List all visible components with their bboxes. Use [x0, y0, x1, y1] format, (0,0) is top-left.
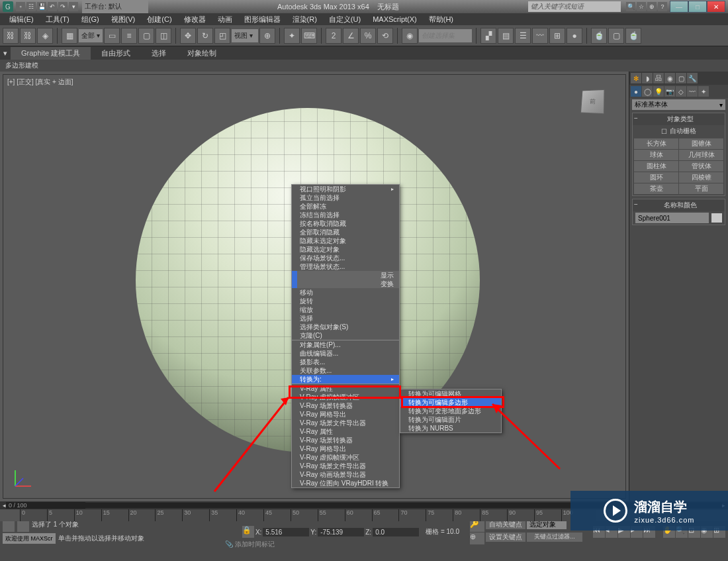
ctx-vray-8[interactable]: V-Ray 虚拟帧缓冲区	[292, 453, 399, 462]
plane-button[interactable]: 平面	[679, 183, 723, 194]
ctx-hide-unsel[interactable]: 隐藏未选定对象	[292, 236, 399, 245]
menu-maxscript[interactable]: MAXScript(X)	[367, 15, 422, 24]
ctx-select-similar[interactable]: 选择类似对象(S)	[292, 323, 399, 331]
x-coord-input[interactable]: 5.516	[263, 528, 309, 536]
ctx-freeze-sel[interactable]: 冻结当前选择	[292, 211, 399, 219]
sub-editable-patch[interactable]: 转换为可编辑面片	[400, 415, 501, 424]
ctx-vray-5[interactable]: V-Ray 属性	[292, 427, 399, 436]
new-icon[interactable]: ▫	[16, 2, 25, 11]
menu-animation[interactable]: 动画	[212, 14, 238, 25]
menu-modifiers[interactable]: 修改器	[179, 14, 211, 25]
select-icon[interactable]: ▭	[104, 28, 120, 44]
sub-nurbs[interactable]: 转换为 NURBS	[400, 424, 501, 433]
lock-icon[interactable]: 🔒	[242, 526, 254, 538]
ref-coord-dropdown[interactable]: 视图 ▾	[232, 29, 258, 42]
ctx-unhide-all[interactable]: 全部取消隐藏	[292, 228, 399, 236]
ctx-vray-10[interactable]: V-Ray 动画场景导出器	[292, 470, 399, 479]
torus-button[interactable]: 圆环	[634, 172, 678, 183]
geosphere-button[interactable]: 几何球体	[679, 150, 723, 160]
ctx-wire-params[interactable]: 关联参数...	[292, 366, 399, 375]
ribbon-paint[interactable]: 对象绘制	[177, 47, 227, 60]
ctx-viewport-lighting[interactable]: 视口照明和阴影▸	[292, 185, 399, 193]
open-icon[interactable]: ☷	[26, 2, 36, 11]
maximize-button[interactable]: □	[688, 1, 707, 13]
workspace-dropdown[interactable]: 工作台: 默认	[82, 0, 148, 13]
menu-view[interactable]: 视图(V)	[106, 14, 141, 25]
object-type-title[interactable]: −对象类型	[633, 113, 725, 125]
menu-edit[interactable]: 编辑(E)	[4, 14, 39, 25]
object-color-swatch[interactable]	[711, 213, 722, 223]
viewport-label[interactable]: [+] [正交] [真实 + 边面]	[7, 77, 73, 87]
save-icon[interactable]: 💾	[37, 2, 46, 11]
render-setup-icon[interactable]: 🍵	[591, 28, 607, 44]
menu-help[interactable]: 帮助(H)	[424, 14, 459, 25]
ctx-dope-sheet[interactable]: 摄影表...	[292, 358, 399, 366]
hierarchy-tab-icon[interactable]: 品	[653, 73, 664, 83]
create-tab-icon[interactable]: ✻	[631, 73, 641, 83]
ctx-rotate[interactable]: 旋转	[292, 297, 399, 305]
material-icon[interactable]: ●	[567, 28, 582, 44]
cylinder-button[interactable]: 圆柱体	[634, 161, 678, 172]
menu-render[interactable]: 渲染(R)	[287, 14, 322, 25]
rotate-icon[interactable]: ↻	[197, 28, 213, 44]
ctx-vray-11[interactable]: V-Ray 位图向 VRayHDRI 转换	[292, 479, 399, 487]
y-coord-input[interactable]: -75.139	[318, 528, 364, 536]
render-frame-icon[interactable]: ▢	[608, 28, 624, 44]
setkey-button[interactable]: 设置关键点	[486, 533, 525, 542]
ribbon-graphite[interactable]: Graphite 建模工具	[11, 47, 91, 60]
select-name-icon[interactable]: ≡	[121, 28, 137, 44]
align-icon[interactable]: ▤	[498, 28, 514, 44]
viewcube[interactable]: 前	[572, 81, 612, 121]
ctx-unhide-name[interactable]: 按名称取消隐藏	[292, 219, 399, 228]
bind-icon[interactable]: ◈	[37, 28, 53, 44]
select-region-icon[interactable]: ▢	[138, 28, 154, 44]
keyfilter-button[interactable]: 关键点过滤器...	[527, 533, 582, 542]
pyramid-button[interactable]: 四棱锥	[679, 172, 723, 183]
ctx-isolate[interactable]: 孤立当前选择	[292, 193, 399, 202]
menu-create[interactable]: 创建(C)	[142, 14, 177, 25]
tube-button[interactable]: 管状体	[679, 161, 723, 172]
mirror-icon[interactable]: ▞	[480, 28, 496, 44]
sub-editable-poly[interactable]: 转换为可编辑多边形	[400, 398, 501, 407]
ctx-convert-to[interactable]: 转换为:▸	[292, 375, 399, 383]
script-mini-2[interactable]	[17, 520, 29, 532]
frame-slider[interactable]: 0 / 100	[6, 502, 85, 509]
key-icon[interactable]: 🔑	[470, 520, 484, 532]
unlink-icon[interactable]: ⛓	[20, 28, 36, 44]
sub-editable-mesh[interactable]: 转换为可编辑网格	[400, 389, 501, 398]
binoculars-icon[interactable]: 🔍	[626, 2, 635, 11]
sub-deformable-ground[interactable]: 转换为可变形地面多边形	[400, 407, 501, 415]
name-color-title[interactable]: −名称和颜色	[633, 199, 725, 211]
ctx-vray-1[interactable]: V-Ray 虚拟帧缓冲区	[292, 393, 399, 401]
ctx-unfreeze-all[interactable]: 全部解冻	[292, 202, 399, 211]
help-icon[interactable]: ?	[658, 2, 667, 11]
ctx-move[interactable]: 移动	[292, 288, 399, 297]
ctx-vray-0[interactable]: V-Ray 属性	[292, 384, 399, 393]
cameras-icon[interactable]: 📷	[664, 86, 675, 97]
select-filter-icon[interactable]: ▦	[62, 28, 77, 44]
ctx-hide-sel[interactable]: 隐藏选定对象	[292, 245, 399, 254]
ctx-manage-state[interactable]: 管理场景状态...	[292, 262, 399, 271]
object-name-input[interactable]: Sphere001	[635, 213, 709, 223]
ribbon-freeform[interactable]: 自由形式	[91, 47, 141, 60]
snap2d-icon[interactable]: 2	[326, 28, 341, 44]
link-icon[interactable]: ⛓	[3, 28, 19, 44]
scale-icon[interactable]: ◰	[214, 28, 230, 44]
sphere-button[interactable]: 球体	[634, 150, 678, 160]
window-crossing-icon[interactable]: ◫	[156, 28, 171, 44]
comm-icon[interactable]: ☆	[637, 2, 646, 11]
render-icon[interactable]: 🍵	[625, 28, 641, 44]
move-icon[interactable]: ✥	[180, 28, 196, 44]
ctx-vray-9[interactable]: V-Ray 场景文件导出器	[292, 462, 399, 470]
curve-editor-icon[interactable]: 〰	[532, 28, 548, 44]
redo-icon[interactable]: ↷	[58, 2, 68, 11]
ctx-vray-6[interactable]: V-Ray 场景转换器	[292, 436, 399, 444]
help-search-input[interactable]: 键入关键字或短语	[528, 1, 621, 12]
fav-icon[interactable]: ⊕	[647, 2, 657, 11]
dropdown-icon[interactable]: ▾	[69, 2, 78, 11]
ctx-clone[interactable]: 克隆(C)	[292, 331, 399, 340]
ctx-select[interactable]: 选择	[292, 314, 399, 323]
pivot-icon[interactable]: ⊕	[259, 28, 275, 44]
ctx-obj-props[interactable]: 对象属性(P)...	[292, 340, 399, 349]
ctx-vray-4[interactable]: V-Ray 场景文件导出器	[292, 419, 399, 427]
